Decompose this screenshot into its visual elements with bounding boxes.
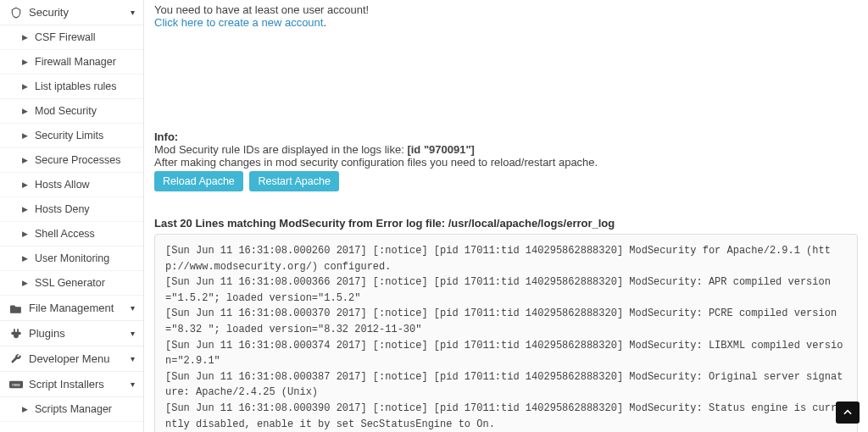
caret-right-icon: ▶ bbox=[22, 131, 28, 140]
new-badge-icon: new bbox=[8, 380, 24, 389]
sidebar-item-label: Security Limits bbox=[35, 130, 103, 141]
sidebar-item-label: Firewall Manager bbox=[35, 56, 116, 68]
sidebar-item-script-installers[interactable]: new Script Installers ▾ bbox=[0, 372, 143, 397]
caret-right-icon: ▶ bbox=[22, 58, 28, 66]
sidebar-item-firewall-manager[interactable]: ▶Firewall Manager bbox=[0, 50, 143, 75]
log-output: [Sun Jun 11 16:31:08.000260 2017] [:noti… bbox=[154, 234, 858, 432]
sidebar-item-secure-processes[interactable]: ▶Secure Processes bbox=[0, 148, 143, 173]
sidebar-item-developer-menu[interactable]: Developer Menu ▾ bbox=[0, 346, 143, 372]
log-title: Last 20 Lines matching ModSecurity from … bbox=[154, 217, 858, 230]
caret-right-icon: ▶ bbox=[22, 33, 28, 42]
sidebar-item-shell-access[interactable]: ▶Shell Access bbox=[0, 222, 143, 246]
chevron-down-icon: ▾ bbox=[131, 354, 135, 363]
sidebar-item-label: File Management bbox=[29, 302, 114, 314]
sidebar-item-label: Shell Access bbox=[35, 228, 95, 240]
sidebar-item-label: CSF Firewall bbox=[35, 31, 96, 43]
chevron-up-icon bbox=[842, 407, 854, 418]
sidebar-item-label: Mod Security bbox=[35, 105, 97, 117]
caret-right-icon: ▶ bbox=[22, 107, 28, 115]
sidebar-item-security[interactable]: Security ▾ bbox=[0, 0, 143, 25]
info-block: Info: Mod Security rule IDs are displaye… bbox=[154, 130, 858, 191]
scroll-to-top-button[interactable] bbox=[836, 402, 860, 424]
sidebar-item-hosts-allow[interactable]: ▶Hosts Allow bbox=[0, 173, 143, 197]
info-reload-note: After making changes in mod security con… bbox=[154, 156, 858, 169]
caret-right-icon: ▶ bbox=[22, 205, 28, 213]
sidebar-item-hosts-deny[interactable]: ▶Hosts Deny bbox=[0, 197, 143, 222]
sidebar-item-csf-firewall[interactable]: ▶CSF Firewall bbox=[0, 25, 143, 50]
shield-icon bbox=[8, 7, 24, 19]
caret-right-icon: ▶ bbox=[22, 230, 28, 238]
sidebar-item-label: Hosts Allow bbox=[35, 179, 90, 191]
sidebar-item-label: Security bbox=[29, 6, 69, 19]
sidebar-item-ssl-generator[interactable]: ▶SSL Generator bbox=[0, 271, 143, 296]
sidebar-item-label: List iptables rules bbox=[35, 80, 117, 92]
info-label: Info: bbox=[154, 130, 858, 143]
plug-icon bbox=[8, 328, 24, 340]
sidebar-item-label: Plugins bbox=[29, 327, 65, 340]
sidebar-item-plugins[interactable]: Plugins ▾ bbox=[0, 321, 143, 346]
wrench-icon bbox=[8, 353, 24, 365]
chevron-down-icon: ▾ bbox=[131, 303, 135, 313]
sidebar-item-label: Scripts Manager bbox=[35, 403, 112, 415]
chevron-down-icon: ▾ bbox=[131, 379, 135, 389]
caret-right-icon: ▶ bbox=[22, 405, 28, 413]
caret-right-icon: ▶ bbox=[22, 279, 28, 287]
log-section: Last 20 Lines matching ModSecurity from … bbox=[154, 217, 858, 432]
caret-right-icon: ▶ bbox=[22, 180, 28, 189]
sidebar-item-mod-security[interactable]: ▶Mod Security bbox=[0, 99, 143, 124]
create-account-link[interactable]: Click here to create a new account bbox=[154, 16, 323, 29]
sidebar-item-label: User Monitoring bbox=[35, 252, 109, 264]
reload-apache-button[interactable]: Reload Apache bbox=[154, 171, 243, 191]
sidebar-item-list-iptables[interactable]: ▶List iptables rules bbox=[0, 75, 143, 99]
main-content: You need to have at least one user accou… bbox=[144, 0, 868, 432]
sidebar-item-label: Hosts Deny bbox=[35, 203, 90, 215]
info-rule-id-line: Mod Security rule IDs are displayed in t… bbox=[154, 143, 858, 156]
sidebar: Security ▾ ▶CSF Firewall ▶Firewall Manag… bbox=[0, 0, 144, 432]
svg-text:new: new bbox=[12, 382, 20, 387]
caret-right-icon: ▶ bbox=[22, 82, 28, 91]
restart-apache-button[interactable]: Restart Apache bbox=[249, 171, 338, 191]
rule-id-example: [id "970091"] bbox=[407, 143, 475, 156]
warning-text: You need to have at least one user accou… bbox=[154, 3, 369, 16]
chevron-down-icon: ▾ bbox=[131, 8, 135, 17]
sidebar-item-scripts-manager[interactable]: ▶Scripts Manager bbox=[0, 397, 143, 422]
sidebar-item-label: Script Installers bbox=[29, 378, 104, 390]
sidebar-item-file-management[interactable]: File Management ▾ bbox=[0, 296, 143, 321]
sidebar-item-label: Developer Menu bbox=[29, 352, 109, 365]
caret-right-icon: ▶ bbox=[22, 156, 28, 164]
sidebar-item-label: Secure Processes bbox=[35, 154, 120, 166]
caret-right-icon: ▶ bbox=[22, 254, 28, 263]
chevron-down-icon: ▾ bbox=[131, 329, 135, 338]
no-user-warning: You need to have at least one user accou… bbox=[154, 0, 858, 29]
folder-icon bbox=[8, 303, 24, 313]
sidebar-item-user-monitoring[interactable]: ▶User Monitoring bbox=[0, 246, 143, 271]
sidebar-item-security-limits[interactable]: ▶Security Limits bbox=[0, 124, 143, 148]
sidebar-item-label: SSL Generator bbox=[35, 277, 105, 289]
